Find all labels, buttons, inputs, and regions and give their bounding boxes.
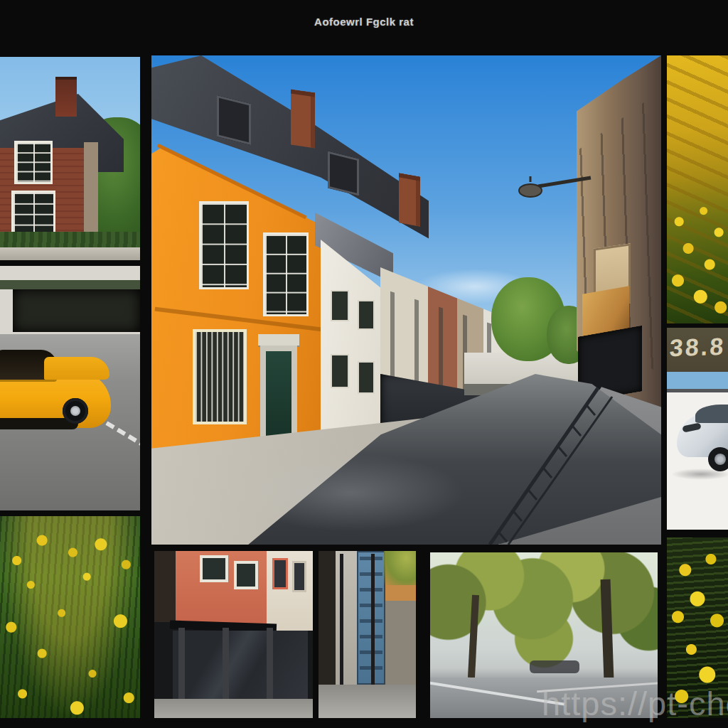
white-facade [336, 551, 357, 686]
window [292, 561, 306, 592]
railing-and-lamp [151, 55, 661, 545]
brick-house-photo [0, 57, 140, 260]
car-rear-deck [44, 357, 109, 380]
lamp-post [340, 554, 343, 689]
dark-shop-glass [173, 631, 308, 699]
narrow-street-photo [318, 551, 416, 718]
main-street-photo [151, 55, 661, 545]
parked-car-silhouette [530, 660, 579, 673]
shop-pillar [223, 628, 229, 699]
salmon-storefront-photo [154, 551, 313, 718]
dark-rail-line [667, 389, 728, 392]
tree-trunk [601, 579, 614, 680]
green-fascia-band [0, 280, 140, 289]
wildflower-meadow-photo [0, 516, 140, 718]
tan-facade [385, 601, 416, 685]
pavement [0, 247, 140, 260]
sash-window [14, 141, 53, 184]
wheel-hub [70, 406, 80, 416]
pavement [318, 685, 416, 718]
photo-collage: Aofoewrl Fgclk rat [0, 0, 728, 728]
yellow-vintage-car-photo [0, 266, 140, 510]
street-lamp-icon [519, 176, 591, 197]
golden-flower-field-photo [667, 55, 728, 323]
url-watermark: https://pt-che [542, 684, 728, 723]
car-showroom-photo: 38.8 [667, 328, 728, 530]
chimney [55, 77, 77, 117]
sidewalk [154, 699, 313, 718]
stone-corner [84, 142, 98, 242]
tree-trunk [468, 595, 479, 678]
car-windshield [695, 405, 728, 423]
dark-corner-building [154, 551, 176, 622]
window [234, 561, 258, 589]
shop-pillar [178, 628, 185, 699]
dark-garage-front [13, 289, 140, 332]
price-sign-text: 38.8 [669, 333, 726, 363]
shop-pillar [267, 628, 273, 699]
street-foliage [384, 551, 416, 585]
window [272, 558, 288, 589]
window [200, 555, 228, 582]
wheel-hub [714, 454, 726, 465]
collage-caption: Aofoewrl Fgclk rat [0, 16, 728, 28]
dark-building-edge [318, 551, 336, 687]
blue-banner-strip [667, 372, 728, 389]
lamp-post [371, 554, 375, 689]
price-sign-board: 38.8 [667, 328, 728, 372]
